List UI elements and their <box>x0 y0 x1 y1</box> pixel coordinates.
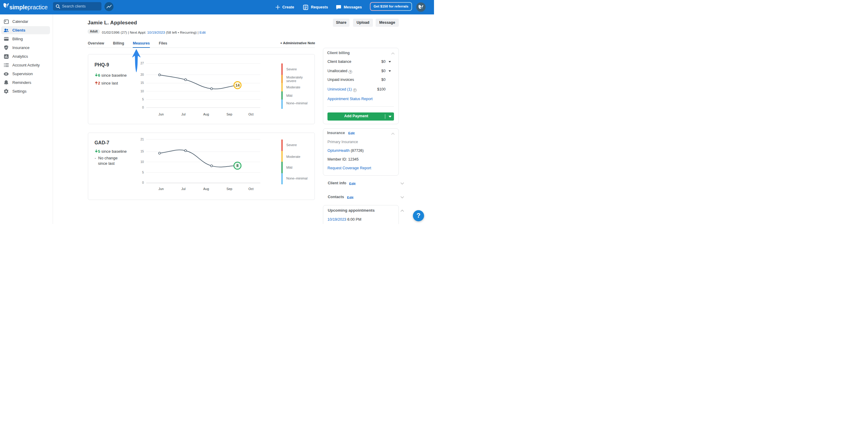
svg-text:14: 14 <box>235 83 240 88</box>
svg-text:8: 8 <box>237 164 239 168</box>
